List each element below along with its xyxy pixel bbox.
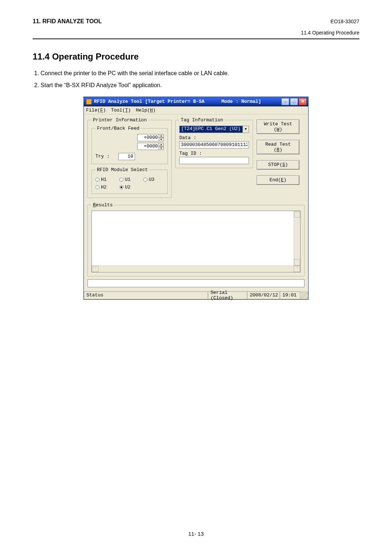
tag-information-group: Tag Information [T24]EPC C1 Gen2 (U2) ▼ … (175, 117, 253, 168)
vertical-scrollbar[interactable]: ˄ ˅ (294, 211, 300, 266)
radio-u3[interactable]: U3 (143, 177, 164, 182)
radio-u2[interactable]: U2 (119, 185, 140, 190)
scroll-down-icon[interactable]: ˅ (294, 259, 300, 266)
results-textarea[interactable]: ˄ ˅ ˂ ˃ (91, 211, 301, 272)
app-window: RFID Analyze Tool [Target Printer= B-SA … (83, 97, 309, 300)
menubar: File(F) Tool(T) Help(H) (84, 106, 308, 114)
front-back-feed-group: Front/Back Feed ▲ ▼ (91, 126, 168, 164)
statusbar: Status Serial (Closed) 2008/02/12 19:01 (84, 291, 308, 299)
step-2: 2. Start the “B-SX RFID Analyze Tool” ap… (34, 80, 359, 91)
procedure-steps: 1. Connect the printer to the PC with th… (33, 68, 359, 91)
status-label: Status (84, 291, 208, 299)
radio-icon (95, 178, 99, 182)
radio-icon (95, 185, 99, 189)
read-test-button[interactable]: Read Test (R) (257, 140, 299, 154)
footer-input[interactable] (87, 279, 305, 287)
horizontal-scrollbar[interactable]: ˂ ˃ (92, 266, 300, 272)
radio-h2[interactable]: H2 (95, 185, 116, 190)
minimize-button[interactable]: – (281, 98, 289, 105)
page-header: 11. RFID ANALYZE TOOL EO18-33027 (33, 18, 359, 26)
write-test-button[interactable]: Write Test (W) (257, 119, 299, 134)
radio-h1[interactable]: H1 (95, 177, 116, 182)
radio-icon (143, 178, 147, 182)
tag-type-value: [T24]EPC C1 Gen2 (U2) (179, 126, 242, 133)
app-icon (86, 99, 92, 105)
scroll-up-icon[interactable]: ˄ (294, 211, 300, 218)
feed1-input[interactable] (137, 134, 159, 141)
window-title: RFID Analyze Tool [Target Printer= B-SA … (94, 99, 261, 104)
radio-icon (119, 178, 123, 182)
tagid-label: Tag ID : (179, 151, 249, 156)
tag-information-legend: Tag Information (179, 117, 225, 123)
titlebar[interactable]: RFID Analyze Tool [Target Printer= B-SA … (84, 97, 308, 106)
end-button[interactable]: End(E) (257, 175, 299, 185)
tagid-input[interactable] (179, 157, 249, 164)
try-label: Try : (95, 154, 110, 159)
tag-type-combo[interactable]: [T24]EPC C1 Gen2 (U2) ▼ (179, 126, 249, 133)
feed2-up-icon[interactable]: ▲ (159, 143, 164, 146)
data-label: Data : (179, 135, 249, 141)
menu-tool[interactable]: Tool(T) (111, 108, 131, 113)
front-back-feed-legend: Front/Back Feed (95, 126, 141, 131)
section-title: 11.4 Operating Procedure (33, 52, 359, 62)
feed1-down-icon[interactable]: ▼ (159, 138, 164, 141)
menu-file[interactable]: File(F) (86, 108, 106, 113)
action-buttons: Write Test (W) Read Test (R) STOP(S) End… (257, 117, 299, 185)
feed1-up-icon[interactable]: ▲ (159, 134, 164, 138)
scroll-right-icon[interactable]: ˃ (294, 266, 300, 272)
rfid-module-select-group: RFID Module Select H1 U1 U3 H2 U2 (91, 167, 168, 194)
feed2-down-icon[interactable]: ▼ (159, 146, 164, 150)
close-button[interactable]: ✕ (299, 98, 307, 105)
status-date: 2008/02/12 (247, 291, 280, 299)
feed2-input[interactable] (137, 143, 159, 150)
menu-help[interactable]: Help(H) (136, 108, 156, 113)
resize-grip-icon[interactable] (300, 291, 308, 299)
data-input[interactable] (179, 141, 249, 149)
results-legend: Results (91, 202, 114, 208)
radio-icon (119, 185, 123, 189)
doc-subheader: 11.4 Operating Procedure (33, 26, 359, 39)
radio-u1[interactable]: U1 (119, 177, 140, 182)
doc-number: EO18-33027 (331, 19, 359, 24)
maximize-button[interactable]: □ (290, 98, 298, 105)
rfid-module-select-legend: RFID Module Select (95, 167, 149, 173)
doc-chapter: 11. RFID ANALYZE TOOL (33, 18, 102, 25)
page-number: 11- 13 (0, 531, 392, 537)
printer-information-group: Printer Information Front/Back Feed ▲ ▼ (87, 117, 172, 198)
printer-information-legend: Printer Information (91, 117, 148, 123)
stop-button[interactable]: STOP(S) (257, 160, 299, 170)
results-group: Results ˄ ˅ ˂ ˃ (87, 202, 305, 276)
status-time: 19:01 (280, 291, 300, 299)
dropdown-icon[interactable]: ▼ (242, 126, 249, 133)
scroll-left-icon[interactable]: ˂ (92, 266, 98, 272)
step-1: 1. Connect the printer to the PC with th… (34, 68, 359, 79)
try-input[interactable] (118, 153, 135, 160)
status-serial: Serial (Closed) (208, 291, 247, 299)
